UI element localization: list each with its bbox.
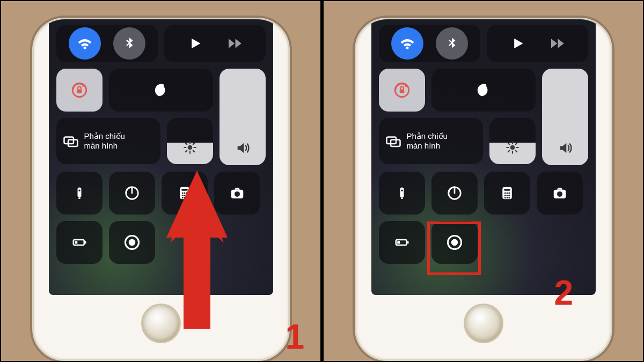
rotation-lock-button[interactable] <box>56 69 103 112</box>
brightness-slider[interactable] <box>167 118 213 164</box>
media-controls[interactable] <box>164 25 266 62</box>
screen-mirroring-button[interactable]: Phản chiếu màn hình <box>379 118 483 164</box>
mirror-label-line1: Phản chiếu <box>407 131 448 141</box>
mirror-label-line2: màn hình <box>407 141 448 151</box>
mirror-label-line1: Phản chiếu <box>84 131 125 141</box>
connectivity-group[interactable] <box>379 25 480 62</box>
screen-record-icon <box>124 234 140 250</box>
wifi-icon[interactable] <box>391 27 423 60</box>
brightness-icon <box>183 141 197 154</box>
low-power-icon <box>394 234 410 250</box>
step-number-1: 1 <box>285 317 304 357</box>
flashlight-icon <box>72 186 87 201</box>
volume-slider[interactable] <box>542 69 588 165</box>
step-number-2: 2 <box>554 273 573 313</box>
flashlight-button[interactable] <box>379 172 425 215</box>
do-not-disturb-button[interactable] <box>109 69 213 112</box>
screen-record-icon <box>447 234 463 250</box>
home-button[interactable] <box>464 304 503 343</box>
play-icon[interactable] <box>187 36 202 51</box>
volume-icon <box>235 141 250 156</box>
timer-button[interactable] <box>431 172 478 215</box>
iphone-frame: Phản chiếu màn hình <box>355 18 612 361</box>
low-power-button[interactable] <box>56 221 103 264</box>
step-panel-1: Phản chiếu màn hình <box>0 0 321 362</box>
flashlight-button[interactable] <box>56 172 103 215</box>
forward-icon <box>548 35 565 51</box>
step-panel-2: Phản chiếu màn hình <box>321 0 644 362</box>
rotation-lock-button[interactable] <box>379 69 425 112</box>
screen-mirroring-icon <box>385 133 401 149</box>
flashlight-icon <box>394 186 409 201</box>
home-button[interactable] <box>141 304 181 343</box>
connectivity-group[interactable] <box>56 25 158 62</box>
volume-icon <box>558 141 573 156</box>
brightness-slider[interactable] <box>489 118 536 164</box>
calculator-button[interactable] <box>162 172 208 215</box>
timer-icon <box>447 185 463 201</box>
screen-record-button[interactable] <box>431 221 478 264</box>
wifi-icon[interactable] <box>69 27 101 60</box>
moon-icon <box>475 82 492 98</box>
iphone-frame: Phản chiếu màn hình <box>32 18 290 361</box>
moon-icon <box>153 82 169 98</box>
control-center: Phản chiếu màn hình <box>49 19 273 295</box>
camera-button[interactable] <box>537 172 583 215</box>
rotation-lock-icon <box>70 81 89 99</box>
bluetooth-icon[interactable] <box>113 27 145 60</box>
media-controls[interactable] <box>487 25 588 62</box>
screen-mirroring-button[interactable]: Phản chiếu màn hình <box>56 118 160 164</box>
play-icon[interactable] <box>510 36 525 51</box>
do-not-disturb-button[interactable] <box>431 69 536 112</box>
calculator-icon <box>177 185 193 201</box>
camera-button[interactable] <box>214 172 260 215</box>
control-center: Phản chiếu màn hình <box>371 19 596 295</box>
mirror-label-line2: màn hình <box>84 141 125 151</box>
bluetooth-icon[interactable] <box>436 27 468 60</box>
rotation-lock-icon <box>393 81 411 99</box>
calculator-icon <box>499 185 515 201</box>
screen-mirroring-icon <box>63 133 79 149</box>
volume-slider[interactable] <box>219 69 266 165</box>
forward-icon <box>226 35 242 51</box>
low-power-icon <box>71 234 87 250</box>
timer-button[interactable] <box>109 172 155 215</box>
screen-record-button[interactable] <box>109 221 155 264</box>
timer-icon <box>124 185 140 201</box>
low-power-button[interactable] <box>379 221 425 264</box>
brightness-icon <box>506 141 519 154</box>
camera-icon <box>552 185 568 201</box>
camera-icon <box>229 185 245 201</box>
calculator-button[interactable] <box>484 172 530 215</box>
